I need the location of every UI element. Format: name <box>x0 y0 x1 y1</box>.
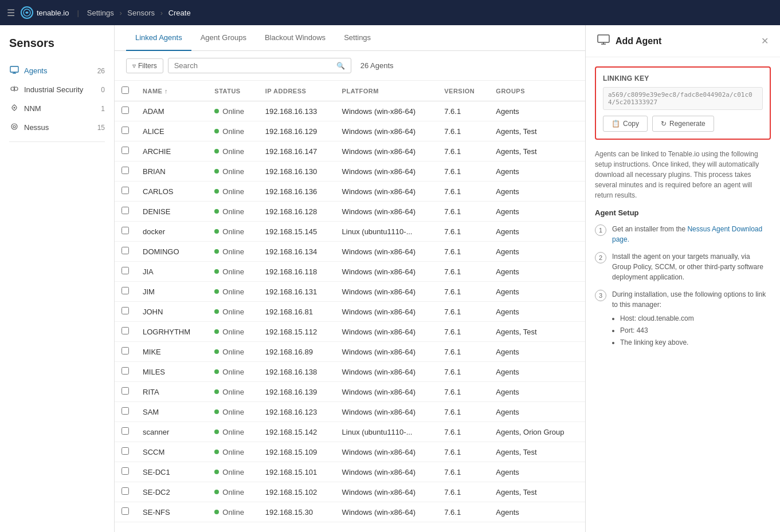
row-checkbox[interactable] <box>121 387 129 395</box>
select-all-header[interactable] <box>115 81 136 101</box>
nnm-icon <box>9 104 19 113</box>
sidebar-item-industrial-security[interactable]: Industrial Security 0 <box>0 80 114 99</box>
row-checkbox-cell[interactable] <box>115 282 136 302</box>
row-checkbox-cell[interactable] <box>115 422 136 442</box>
row-platform: Windows (win-x86-64) <box>335 202 438 222</box>
row-name: JOHN <box>136 302 207 322</box>
table-row: SE-DC2 Online 192.168.15.102 Windows (wi… <box>115 482 585 502</box>
row-checkbox[interactable] <box>121 367 129 375</box>
row-status: Online <box>207 502 258 522</box>
row-version: 7.6.1 <box>437 422 489 442</box>
row-groups: Agents, Orion Group <box>489 422 585 442</box>
row-checkbox-cell[interactable] <box>115 382 136 402</box>
sidebar-item-nnm[interactable]: NNM 1 <box>0 99 114 118</box>
row-checkbox[interactable] <box>121 467 129 475</box>
row-groups: Agents <box>489 382 585 402</box>
sidebar-nnm-count: 1 <box>101 105 105 113</box>
sidebar-nessus-label: Nessus <box>24 123 49 132</box>
row-checkbox-cell[interactable] <box>115 342 136 362</box>
row-checkbox-cell[interactable] <box>115 121 136 141</box>
svg-rect-1 <box>10 66 18 72</box>
row-checkbox-cell[interactable] <box>115 262 136 282</box>
row-ip: 192.168.15.142 <box>258 422 335 442</box>
row-checkbox[interactable] <box>121 307 129 314</box>
search-input[interactable] <box>174 61 336 70</box>
row-checkbox-cell[interactable] <box>115 222 136 242</box>
regenerate-button[interactable]: ↻ Regenerate <box>652 116 714 132</box>
table-row: BRIAN Online 192.168.16.130 Windows (win… <box>115 161 585 182</box>
row-checkbox[interactable] <box>121 107 129 114</box>
row-checkbox[interactable] <box>121 147 129 154</box>
copy-icon: 📋 <box>612 120 620 128</box>
row-checkbox[interactable] <box>121 487 129 495</box>
row-checkbox[interactable] <box>121 247 129 254</box>
setup-step-3: 3 During installation, use the following… <box>595 289 771 351</box>
row-platform: Windows (win-x86-64) <box>335 342 438 362</box>
row-name: SCCM <box>136 442 207 462</box>
row-checkbox-cell[interactable] <box>115 242 136 262</box>
hamburger-icon[interactable]: ☰ <box>7 7 15 18</box>
row-checkbox[interactable] <box>121 187 129 194</box>
breadcrumb-sensors[interactable]: Sensors <box>127 9 155 17</box>
tab-agent-groups[interactable]: Agent Groups <box>191 25 256 51</box>
row-checkbox[interactable] <box>121 267 129 274</box>
row-checkbox-cell[interactable] <box>115 462 136 482</box>
row-checkbox-cell[interactable] <box>115 362 136 382</box>
row-checkbox-cell[interactable] <box>115 302 136 322</box>
table-row: SCCM Online 192.168.15.109 Windows (win-… <box>115 442 585 462</box>
copy-button[interactable]: 📋 Copy <box>603 116 648 132</box>
row-checkbox[interactable] <box>121 127 129 134</box>
row-status: Online <box>207 322 258 342</box>
row-checkbox[interactable] <box>121 347 129 354</box>
row-version: 7.6.1 <box>437 462 489 482</box>
row-checkbox-cell[interactable] <box>115 502 136 522</box>
row-checkbox[interactable] <box>121 507 129 515</box>
tab-linked-agents[interactable]: Linked Agents <box>126 25 191 51</box>
sidebar-item-nessus[interactable]: Nessus 15 <box>0 118 114 137</box>
step-1-text: Get an installer from the Nessus Agent D… <box>612 224 771 245</box>
row-checkbox[interactable] <box>121 167 129 174</box>
col-platform[interactable]: PLATFORM <box>335 81 438 101</box>
col-status[interactable]: STATUS <box>207 81 258 101</box>
row-version: 7.6.1 <box>437 442 489 462</box>
row-checkbox[interactable] <box>121 327 129 334</box>
row-checkbox[interactable] <box>121 207 129 214</box>
agents-icon <box>9 66 19 76</box>
logo-circle <box>21 6 33 19</box>
row-checkbox-cell[interactable] <box>115 202 136 222</box>
row-checkbox-cell[interactable] <box>115 101 136 121</box>
row-checkbox-cell[interactable] <box>115 442 136 462</box>
agents-table: NAME ↑ STATUS IP ADDRESS PLATFORM VERSIO… <box>115 81 585 522</box>
close-panel-button[interactable]: ✕ <box>761 37 769 46</box>
row-checkbox[interactable] <box>121 407 129 415</box>
row-platform: Windows (win-x86-64) <box>335 462 438 482</box>
setup-step-1: 1 Get an installer from the Nessus Agent… <box>595 224 771 245</box>
linking-key-label: Linking Key <box>603 74 763 82</box>
row-checkbox[interactable] <box>121 227 129 234</box>
row-checkbox[interactable] <box>121 427 129 435</box>
col-name[interactable]: NAME ↑ <box>136 81 207 101</box>
row-checkbox-cell[interactable] <box>115 161 136 182</box>
row-checkbox-cell[interactable] <box>115 482 136 502</box>
col-ip[interactable]: IP ADDRESS <box>258 81 335 101</box>
row-version: 7.6.1 <box>437 322 489 342</box>
tab-blackout-windows[interactable]: Blackout Windows <box>256 25 335 51</box>
row-checkbox-cell[interactable] <box>115 141 136 161</box>
sidebar-item-agents[interactable]: Agents 26 <box>0 61 114 80</box>
row-checkbox[interactable] <box>121 447 129 455</box>
step-3-bullets: Host: cloud.tenable.com Port: 443 The li… <box>620 313 771 348</box>
tab-settings[interactable]: Settings <box>335 25 380 51</box>
col-groups[interactable]: GROUPS <box>489 81 585 101</box>
step-2-text: Install the agent on your targets manual… <box>612 251 771 282</box>
row-status: Online <box>207 402 258 422</box>
row-checkbox-cell[interactable] <box>115 402 136 422</box>
row-checkbox-cell[interactable] <box>115 182 136 202</box>
row-version: 7.6.1 <box>437 101 489 121</box>
col-version[interactable]: VERSION <box>437 81 489 101</box>
panel-title: Add Agent <box>597 34 661 48</box>
row-checkbox-cell[interactable] <box>115 322 136 342</box>
filters-button[interactable]: ▿ Filters <box>126 58 163 73</box>
select-all-checkbox[interactable] <box>121 86 129 94</box>
breadcrumb-settings[interactable]: Settings <box>87 9 114 17</box>
row-checkbox[interactable] <box>121 287 129 294</box>
